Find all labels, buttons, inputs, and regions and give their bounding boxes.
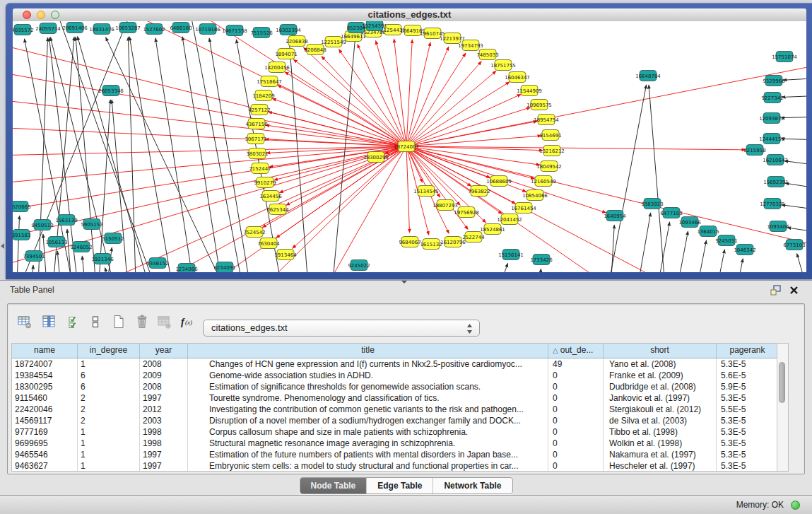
table-selector-dropdown[interactable]: citations_edges.txt xyxy=(203,320,480,337)
graph-edge[interactable] xyxy=(797,253,806,272)
graph-node[interactable]: 2522744 xyxy=(462,232,485,243)
memory-ok-indicator-icon[interactable] xyxy=(791,501,800,510)
graph-node[interactable]: 391583 xyxy=(13,230,30,240)
network-canvas-container[interactable]: 1872400722068381894071142004561751864711… xyxy=(13,21,806,272)
graph-node[interactable]: 1640954 xyxy=(604,211,626,221)
table-row[interactable]: 2242004622012Investigating the contribut… xyxy=(12,404,788,415)
graph-node[interactable]: 9910279 xyxy=(254,177,276,188)
graph-edge[interactable] xyxy=(694,240,707,272)
graph-node[interactable]: 18524861 xyxy=(480,224,505,235)
graph-node[interactable]: 6477103 xyxy=(660,208,682,218)
table-scrollbar[interactable] xyxy=(777,344,788,471)
graph-node[interactable]: 3067171 xyxy=(245,134,266,144)
column-header-name[interactable]: name xyxy=(12,344,78,358)
graph-edge[interactable] xyxy=(272,98,406,146)
float-panel-icon[interactable] xyxy=(770,285,782,296)
graph-edge[interactable] xyxy=(635,213,651,272)
graph-node[interactable]: 9154691 xyxy=(539,130,561,141)
graph-edge[interactable] xyxy=(129,37,175,272)
graph-node[interactable]: 12093872 xyxy=(759,113,784,124)
graph-edge[interactable] xyxy=(322,56,406,146)
graph-node[interactable]: 17518647 xyxy=(257,76,282,87)
graph-node[interactable]: 14200456 xyxy=(264,62,290,73)
column-header-short[interactable]: short xyxy=(604,344,717,358)
collapse-panel-grip-icon[interactable] xyxy=(1,243,4,249)
graph-edge[interactable] xyxy=(406,47,449,146)
show-columns-icon[interactable] xyxy=(37,311,60,332)
graph-edge[interactable] xyxy=(189,21,246,272)
table-row[interactable]: 946362711997Embryonic stem cells: a mode… xyxy=(12,460,788,472)
column-header-pagerank[interactable]: pagerank xyxy=(717,344,779,358)
graph-node[interactable]: 16302394 xyxy=(276,25,301,35)
graph-edge[interactable] xyxy=(787,228,806,233)
graph-node[interactable]: 7152447 xyxy=(249,163,271,174)
graph-edge[interactable] xyxy=(76,37,98,272)
graph-node[interactable]: 7485033 xyxy=(476,49,498,60)
graph-node[interactable]: 7630404 xyxy=(257,238,280,249)
graph-edge[interactable] xyxy=(82,256,87,272)
delete-column-icon[interactable] xyxy=(131,311,153,332)
graph-node[interactable]: 9206848 xyxy=(304,45,326,55)
graph-edge[interactable] xyxy=(303,47,406,146)
graph-edge[interactable] xyxy=(406,42,430,146)
column-header-title[interactable]: title xyxy=(188,344,548,358)
graph-node[interactable]: 4035572 xyxy=(13,25,34,35)
graph-edge[interactable] xyxy=(182,37,225,272)
graph-node[interactable]: 7625344 xyxy=(266,204,289,215)
graph-node[interactable]: 6466160 xyxy=(170,23,192,33)
graph-edge[interactable] xyxy=(610,225,614,272)
graph-node[interactable]: 1093406 xyxy=(767,221,789,232)
table-row[interactable]: 969969511998Structural magnetic resonanc… xyxy=(12,438,788,449)
graph-node[interactable]: 9346152 xyxy=(146,258,168,269)
graph-edge[interactable] xyxy=(406,71,496,146)
graph-node[interactable]: 7515526 xyxy=(250,28,273,38)
graph-node[interactable]: 1234066 xyxy=(175,264,198,273)
graph-edge[interactable] xyxy=(714,250,724,272)
close-panel-icon[interactable] xyxy=(789,285,801,296)
graph-node[interactable]: 2620665 xyxy=(13,201,31,212)
graph-edge[interactable] xyxy=(605,85,647,272)
graph-node[interactable]: 15134545 xyxy=(413,186,439,197)
graph-node[interactable]: 1046342 xyxy=(734,245,755,255)
graph-node[interactable]: 15751074 xyxy=(772,52,797,62)
graph-node[interactable]: 16648784 xyxy=(635,71,661,81)
graph-node[interactable]: 18751755 xyxy=(490,60,516,71)
column-header-year[interactable]: year xyxy=(140,344,188,358)
graph-edge[interactable] xyxy=(406,64,806,146)
graph-edge[interactable] xyxy=(293,59,406,146)
graph-node[interactable]: 18049542 xyxy=(536,161,562,172)
graph-node[interactable]: 15136141 xyxy=(498,250,524,260)
graph-node[interactable]: 8215958 xyxy=(743,145,765,156)
table-row[interactable]: 1830029562008Estimation of significance … xyxy=(12,381,788,392)
graph-node[interactable]: 1913464 xyxy=(274,250,297,260)
table-row[interactable]: 1456911722003Disruption of a novel membe… xyxy=(12,415,788,426)
graph-node[interactable]: 1921346 xyxy=(91,254,114,264)
graph-node[interactable]: 10969575 xyxy=(526,100,552,110)
graph-node[interactable]: 9684067 xyxy=(399,237,420,247)
split-divider-grip-icon[interactable] xyxy=(401,281,407,284)
graph-edge[interactable] xyxy=(13,146,406,212)
graph-edge[interactable] xyxy=(674,231,688,272)
graph-node[interactable]: 10719186 xyxy=(195,24,220,35)
graph-node[interactable]: 7394501 xyxy=(23,251,45,262)
graph-node[interactable]: 1634456 xyxy=(259,191,282,201)
graph-node[interactable]: 1615132 xyxy=(420,239,442,250)
tab-network-table[interactable]: Network Table xyxy=(433,478,512,493)
graph-node[interactable]: 7963822 xyxy=(468,186,490,197)
graph-node[interactable]: 14671358 xyxy=(222,25,247,36)
graph-node[interactable]: 8234091 xyxy=(213,262,235,273)
table-row[interactable]: 1872400712008Changes of HCN gene express… xyxy=(12,358,788,370)
graph-edge[interactable] xyxy=(37,37,48,272)
graph-edge[interactable] xyxy=(13,146,406,156)
graph-node[interactable]: 4367150 xyxy=(245,119,267,129)
graph-node[interactable]: 12770325 xyxy=(760,199,785,209)
graph-node[interactable]: 9329966 xyxy=(763,76,785,86)
graph-edge[interactable] xyxy=(406,53,466,146)
graph-edge[interactable] xyxy=(539,269,541,272)
graph-node[interactable]: 9245022 xyxy=(348,260,370,271)
graph-node[interactable]: 9227342 xyxy=(761,93,783,103)
graph-edge[interactable] xyxy=(406,146,490,177)
graph-edge[interactable] xyxy=(406,40,412,146)
graph-edge[interactable] xyxy=(13,146,406,184)
graph-node[interactable]: 20691406 xyxy=(62,23,88,33)
